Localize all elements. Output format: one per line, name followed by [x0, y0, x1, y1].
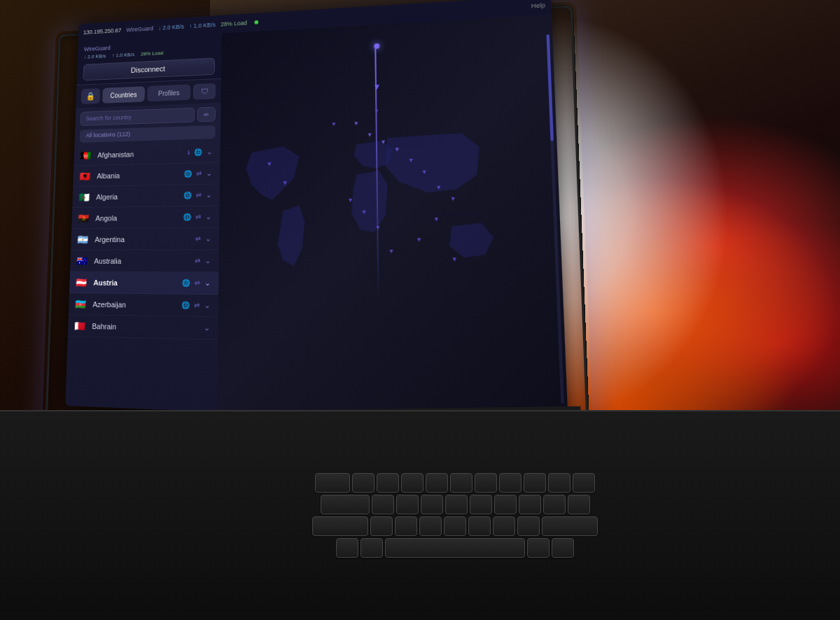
globe-icon[interactable]: 🌐	[182, 212, 192, 223]
country-item-afghanistan[interactable]: 🇦🇫 Afghanistan ℹ 🌐 ⌄	[74, 141, 220, 167]
pin-2: ▾	[283, 178, 287, 188]
key-ctrl	[336, 538, 358, 558]
actions-australia: ⇄ ⌄	[193, 255, 212, 267]
tab-profiles[interactable]: Profiles	[147, 84, 190, 101]
flag-austria: 🇦🇹	[76, 277, 88, 287]
tab-countries[interactable]: Countries	[102, 86, 145, 104]
info-icon[interactable]: ℹ	[186, 148, 191, 157]
key-q	[352, 473, 374, 493]
refresh-icon[interactable]: ⇄	[195, 190, 202, 201]
pin-5: ▾	[382, 137, 385, 145]
status-dot	[254, 20, 258, 24]
name-azerbaijan: Azerbaijan	[92, 300, 180, 309]
key-v	[444, 516, 466, 536]
key-alt-l	[360, 538, 383, 558]
actions-austria: 🌐 ⇄ ⌄	[181, 277, 212, 289]
app-content: WireGuard ↓ 2.0 KB/s ↑ 1.0 KB/s 28% Load…	[65, 15, 568, 426]
key-a	[372, 495, 394, 514]
actions-azerbaijan: 🌐 ⇄ ⌄	[180, 299, 211, 311]
flag-albania: 🇦🇱	[79, 171, 92, 181]
vpn-app: 130.195.250.67 WireGuard ↓ 2.0 KB/s ↑ 1.…	[65, 0, 568, 426]
pin-15: ▾	[376, 223, 379, 231]
key-c	[419, 516, 442, 536]
globe-icon[interactable]: 🌐	[192, 147, 203, 157]
chevron-icon[interactable]: ⌄	[204, 211, 213, 223]
pin-8: ▾	[423, 167, 426, 175]
actions-afghanistan: ℹ 🌐 ⌄	[186, 146, 214, 158]
shield-tab[interactable]: 🛡	[193, 83, 216, 100]
pin-1: ▾	[267, 160, 272, 169]
key-t	[450, 473, 472, 493]
refresh-icon[interactable]: ⇄	[194, 234, 202, 244]
pin-17: ▾	[374, 107, 378, 115]
country-item-australia[interactable]: 🇦🇺 Australia ⇄ ⌄	[70, 250, 219, 272]
pin-9: ▾	[437, 183, 441, 191]
name-australia: Australia	[94, 257, 193, 265]
key-p	[573, 473, 595, 493]
chevron-icon[interactable]: ⌄	[204, 233, 213, 245]
country-item-albania[interactable]: 🇦🇱 Albania 🌐 ⇄ ⌄	[73, 162, 220, 187]
laptop-body	[0, 410, 840, 620]
refresh-icon[interactable]: ⇄	[193, 278, 202, 288]
search-icon-button[interactable]: ✏	[197, 107, 216, 122]
chevron-icon[interactable]: ⌄	[204, 167, 213, 179]
keyboard	[245, 473, 665, 613]
country-item-algeria[interactable]: 🇩🇿 Algeria 🌐 ⇄ ⌄	[72, 184, 220, 208]
country-item-angola[interactable]: 🇦🇴 Angola 🌐 ⇄ ⌄	[71, 206, 219, 229]
help-button[interactable]: Help	[531, 2, 545, 10]
keyboard-row-4	[245, 538, 665, 558]
country-item-argentina[interactable]: 🇦🇷 Argentina ⇄ ⌄	[71, 228, 219, 251]
key-k	[543, 495, 566, 514]
search-input[interactable]	[80, 108, 195, 126]
chevron-icon[interactable]: ⌄	[205, 146, 214, 158]
lock-tab[interactable]: 🔒	[81, 88, 101, 104]
flag-angola: 🇦🇴	[78, 213, 90, 223]
chevron-icon[interactable]: ⌄	[203, 300, 212, 311]
map-area: ▾ ▾ ▾ ▾ ▾ ▾ ▾ ▾ ▾ ▾ ▾ ▾ ▾ ▾ ▾ ▾ ▾ ▾	[217, 15, 568, 426]
key-b	[468, 516, 491, 536]
refresh-icon[interactable]: ⇄	[192, 300, 201, 311]
name-argentina: Argentina	[94, 234, 194, 243]
key-u	[499, 473, 522, 493]
ul-speed: ↑ 1.0 KB/s	[112, 52, 134, 59]
key-m	[517, 516, 540, 536]
chevron-icon[interactable]: ⌄	[203, 277, 212, 289]
refresh-icon[interactable]: ⇄	[193, 255, 202, 266]
key-i	[524, 473, 546, 493]
pin-13: ▾	[349, 196, 352, 204]
name-bahrain: Bahrain	[92, 322, 202, 332]
flag-azerbaijan: 🇦🇿	[75, 299, 88, 309]
flag-argentina: 🇦🇷	[77, 234, 90, 244]
pin-18: ▾	[452, 255, 456, 263]
pin-16: ▾	[390, 247, 393, 255]
refresh-icon[interactable]: ⇄	[195, 169, 202, 179]
globe-icon[interactable]: 🌐	[183, 169, 193, 179]
country-list: 🇦🇫 Afghanistan ℹ 🌐 ⌄ 🇦🇱 Albania	[65, 141, 220, 412]
globe-icon[interactable]: 🌐	[180, 300, 190, 310]
globe-icon[interactable]: 🌐	[181, 278, 191, 288]
key-w	[377, 473, 399, 493]
svg-line-0	[219, 213, 559, 217]
key-s	[396, 495, 419, 514]
country-item-austria[interactable]: 🇦🇹 Austria 🌐 ⇄ ⌄	[69, 272, 218, 295]
load-indicator: 28% Load	[141, 50, 163, 57]
chevron-icon[interactable]: ⌄	[204, 189, 213, 201]
key-e	[401, 473, 424, 493]
key-l	[568, 495, 590, 514]
key-j	[519, 495, 541, 514]
refresh-icon[interactable]: ⇄	[194, 212, 202, 223]
chevron-icon[interactable]: ⌄	[204, 255, 213, 267]
key-x	[395, 516, 417, 536]
flag-afghanistan: 🇦🇫	[80, 150, 92, 160]
name-austria: Austria	[93, 279, 181, 288]
chevron-icon[interactable]: ⌄	[202, 322, 211, 334]
disconnect-button[interactable]: Disconnect	[83, 57, 215, 80]
key-g	[470, 495, 492, 514]
country-item-azerbaijan[interactable]: 🇦🇿 Azerbaijan 🌐 ⇄ ⌄	[69, 293, 218, 317]
name-afghanistan: Afghanistan	[97, 148, 186, 159]
key-shift-l	[312, 516, 368, 536]
globe-icon[interactable]: 🌐	[182, 190, 192, 201]
country-item-bahrain[interactable]: 🇧🇭 Bahrain ⌄	[68, 315, 218, 340]
download-speed: ↓ 2.0 KB/s	[158, 23, 184, 31]
name-albania: Albania	[97, 170, 183, 180]
